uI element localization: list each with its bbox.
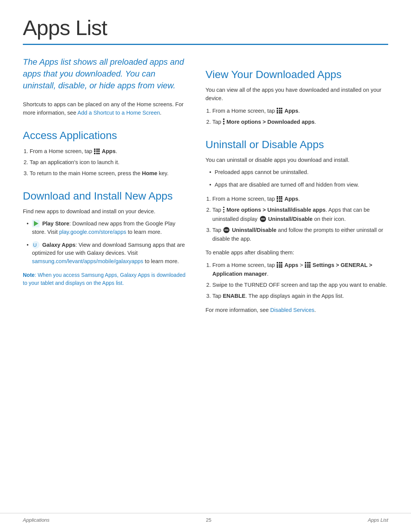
footer-right: Apps List xyxy=(368,517,388,523)
view-step-1: From a Home screen, tap Apps. xyxy=(212,107,388,115)
disable-circle-icon-1 xyxy=(260,216,266,222)
play-store-item: Play Store: Download new apps from the G… xyxy=(27,220,186,236)
uninstall-bullets-list: Preloaded apps cannot be uninstalled. Ap… xyxy=(206,168,388,190)
view-downloaded-steps-list: From a Home screen, tap Apps. Tap More o… xyxy=(206,107,388,126)
apps-grid-icon-4 xyxy=(277,262,282,268)
home-key-label: Home xyxy=(142,170,157,176)
galaxy-apps-item: U Galaxy Apps: View and download Samsung… xyxy=(27,241,186,266)
galaxy-apps-icon: U xyxy=(32,241,40,249)
section-title-download: Download and Install New Apps xyxy=(23,190,186,202)
play-store-icon xyxy=(32,220,40,227)
disabled-services-link[interactable]: Disabled Services xyxy=(270,307,314,313)
apps-grid-icon-3 xyxy=(277,196,282,202)
right-column: View Your Downloaded Apps You can view a… xyxy=(206,56,388,318)
shortcuts-text: Shortcuts to apps can be placed on any o… xyxy=(23,101,186,117)
apps-label-3: Apps xyxy=(284,196,298,202)
section-title-access: Access Applications xyxy=(23,129,186,142)
access-step-2: Tap an application's icon to launch it. xyxy=(30,158,186,167)
title-divider xyxy=(23,44,388,45)
note-label: Note xyxy=(23,272,35,278)
page-footer: Applications 25 Apps List xyxy=(0,513,411,523)
page-title: Apps List xyxy=(23,15,388,40)
disable-circle-icon-2 xyxy=(223,227,229,233)
uninstall-step-3: Tap Uninstall/Disable and follow the pro… xyxy=(212,226,388,243)
download-desc: Find new apps to download and install on… xyxy=(23,208,186,216)
apps-grid-icon-1 xyxy=(94,149,100,154)
more-options-icon-2 xyxy=(223,207,225,213)
access-step-1: From a Home screen, tap Apps. xyxy=(30,147,186,156)
uninstall-desc: You can uninstall or disable apps you do… xyxy=(206,156,388,165)
uninstall-bullet-2: Apps that are disabled are turned off an… xyxy=(209,181,388,189)
more-options-label-1: More options > Downloaded apps xyxy=(226,119,315,125)
access-step-3: To return to the main Home screen, press… xyxy=(30,169,186,178)
apps-label-2: Apps xyxy=(284,108,298,114)
download-bullets-list: Play Store: Download new apps from the G… xyxy=(23,220,186,266)
more-options-icon-1 xyxy=(223,118,225,125)
intro-text: The Apps list shows all preloaded apps a… xyxy=(23,56,186,91)
play-store-link[interactable]: play.google.com/store/apps xyxy=(59,229,126,235)
uninstall-bullet-1: Preloaded apps cannot be uninstalled. xyxy=(209,168,388,177)
footer-page-number: 25 xyxy=(206,517,211,523)
svg-text:U: U xyxy=(33,242,37,248)
view-step-2: Tap More options > Downloaded apps. xyxy=(212,118,388,126)
uninstall-step-2: Tap More options > Uninstall/disable app… xyxy=(212,206,388,223)
page-container: Apps List The Apps list shows all preloa… xyxy=(0,0,411,341)
enable-label: ENABLE xyxy=(223,293,245,299)
footer-left: Applications xyxy=(23,517,49,523)
uninstall-steps-list: From a Home screen, tap Apps. Tap More o… xyxy=(206,195,388,243)
apps-label-1: Apps xyxy=(102,148,115,154)
play-store-label: Play Store xyxy=(42,220,69,227)
enable-step-2: Swipe to the TURNED OFF screen and tap t… xyxy=(212,281,388,289)
uninstall-disable-label-2: Uninstall/Disable xyxy=(232,227,276,233)
apps-label-4: Apps xyxy=(284,262,298,268)
more-info-text: For more information, see Disabled Servi… xyxy=(206,306,388,315)
note-block: Note: When you access Samsung Apps, Gala… xyxy=(23,271,186,287)
more-options-label-2: More options > Uninstall/disable apps xyxy=(226,207,326,213)
two-column-layout: The Apps list shows all preloaded apps a… xyxy=(23,56,388,318)
enable-title: To enable apps after disabling them: xyxy=(206,249,388,257)
access-steps-list: From a Home screen, tap Apps. Tap an app… xyxy=(23,147,186,178)
section-title-uninstall: Uninstall or Disable Apps xyxy=(206,139,388,151)
enable-steps-list: From a Home screen, tap Apps > Settings … xyxy=(206,261,388,301)
galaxy-apps-link[interactable]: samsung.com/levant/apps/mobile/galaxyapp… xyxy=(32,258,143,264)
left-column: The Apps list shows all preloaded apps a… xyxy=(23,56,186,318)
uninstall-step-1: From a Home screen, tap Apps. xyxy=(212,195,388,203)
shortcuts-link[interactable]: Add a Shortcut to a Home Screen xyxy=(77,110,160,116)
enable-step-3: Tap ENABLE. The app displays again in th… xyxy=(212,292,388,300)
uninstall-disable-label-1: Uninstall/Disable xyxy=(268,216,313,222)
apps-grid-icon-2 xyxy=(277,108,282,113)
section-title-view: View Your Downloaded Apps xyxy=(206,69,388,81)
view-downloaded-desc: You can view all of the apps you have do… xyxy=(206,86,388,103)
galaxy-apps-label: Galaxy Apps xyxy=(42,242,75,248)
enable-step-1: From a Home screen, tap Apps > Settings … xyxy=(212,261,388,278)
apps-grid-icon-5 xyxy=(305,262,311,268)
